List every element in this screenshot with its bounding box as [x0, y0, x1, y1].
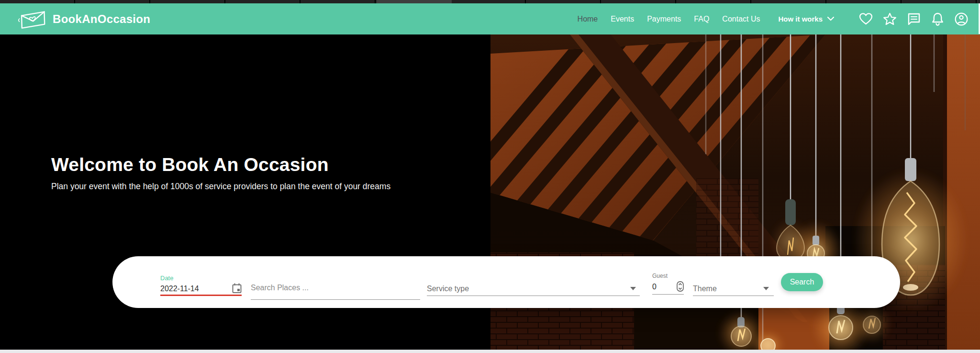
hero-section: Welcome to Book An Occasion Plan your ev…	[0, 34, 980, 350]
account-icon[interactable]	[954, 12, 969, 26]
nav-events[interactable]: Events	[611, 15, 634, 23]
service-type-underline	[427, 296, 640, 296]
nav-contact-us[interactable]: Contact Us	[722, 15, 760, 23]
heart-icon[interactable]	[859, 12, 873, 25]
header-icon-group	[859, 12, 969, 26]
calendar-icon[interactable]	[232, 283, 242, 294]
date-label: Date	[160, 274, 242, 282]
guest-input[interactable]	[652, 283, 668, 291]
guest-label: Guest	[652, 273, 684, 279]
service-type-caret-icon	[630, 287, 636, 290]
nav-payments[interactable]: Payments	[647, 15, 681, 23]
how-it-works-dropdown[interactable]: How it works	[778, 15, 834, 23]
search-button[interactable]: Search	[781, 273, 823, 291]
brand-logo[interactable]: BookAnOccasion	[18, 9, 150, 30]
browser-tab-strip	[0, 0, 980, 3]
page: BookAnOccasion Home Events Payments FAQ …	[0, 0, 980, 353]
star-icon[interactable]	[883, 12, 897, 26]
search-card: Date Service typ	[112, 256, 900, 308]
app-header: BookAnOccasion Home Events Payments FAQ …	[0, 3, 980, 34]
places-underline	[251, 299, 420, 300]
browser-tab-active	[377, 0, 452, 3]
theme-value: Theme	[693, 285, 717, 293]
guest-field: Guest	[652, 273, 684, 296]
nav-home[interactable]: Home	[578, 15, 598, 23]
chat-icon[interactable]	[907, 12, 921, 26]
brand-name: BookAnOccasion	[53, 12, 150, 26]
guest-stepper-icon[interactable]	[677, 281, 684, 292]
bell-icon[interactable]	[931, 12, 944, 26]
nav-faq[interactable]: FAQ	[694, 15, 709, 23]
bottom-page-strip	[0, 350, 980, 353]
places-field	[251, 281, 420, 300]
date-underline	[160, 295, 242, 296]
date-input[interactable]	[160, 285, 223, 293]
how-it-works-label: How it works	[778, 15, 823, 23]
service-type-select[interactable]: Service type	[427, 281, 640, 296]
theme-caret-icon	[763, 287, 769, 290]
date-field: Date	[160, 274, 242, 297]
chevron-down-icon	[827, 17, 834, 21]
guest-underline	[652, 294, 684, 295]
hero-copy: Welcome to Book An Occasion Plan your ev…	[51, 154, 390, 192]
hero-title: Welcome to Book An Occasion	[51, 154, 390, 175]
main-nav: Home Events Payments FAQ Contact Us	[578, 15, 760, 23]
places-input[interactable]	[251, 281, 420, 295]
envelope-logo-icon	[18, 9, 49, 30]
service-type-value: Service type	[427, 285, 469, 293]
theme-select[interactable]: Theme	[693, 281, 774, 296]
hero-subtitle: Plan your event with the help of 1000s o…	[51, 182, 390, 192]
theme-underline	[693, 296, 774, 296]
